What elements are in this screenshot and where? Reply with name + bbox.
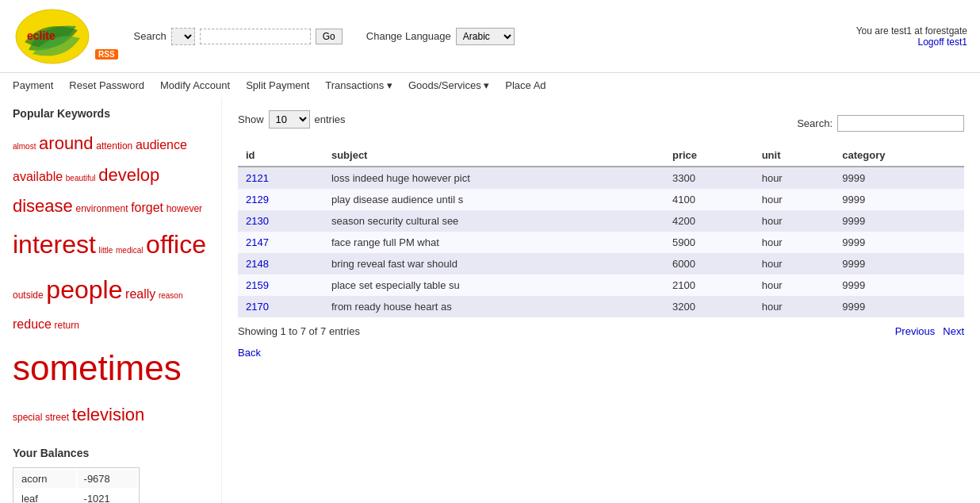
balance-name: acorn: [15, 470, 76, 488]
cell-unit: hour: [754, 253, 835, 275]
balance-row: acorn-9678: [15, 470, 137, 488]
keyword-forget[interactable]: forget: [131, 201, 163, 214]
data-table: idsubjectpriceunitcategory 2121loss inde…: [238, 144, 964, 317]
entries-select[interactable]: 102550100: [269, 110, 310, 129]
cell-id: 2121: [238, 167, 323, 189]
table-row: 2159place set especially table su2100hou…: [238, 275, 964, 296]
table-body: 2121loss indeed huge however pict3300hou…: [238, 167, 964, 317]
row-id-link[interactable]: 2170: [246, 301, 269, 313]
row-id-link[interactable]: 2130: [246, 215, 269, 227]
keyword-sometimes[interactable]: sometimes: [13, 348, 182, 387]
keyword-people[interactable]: people: [46, 275, 122, 304]
language-select[interactable]: ArabicEnglishFrenchSpanish: [456, 28, 515, 45]
keyword-little[interactable]: little: [99, 246, 113, 255]
table-search-input[interactable]: [837, 115, 964, 132]
change-language-label: Change Language: [366, 30, 451, 42]
keyword-interest[interactable]: interest: [13, 230, 96, 259]
search-input[interactable]: [200, 29, 311, 44]
col-category: category: [834, 144, 964, 167]
nav-item-transactions▾[interactable]: Transactions ▾: [325, 79, 392, 91]
cell-price: 3300: [664, 167, 754, 189]
sidebar: Popular Keywords almost around attention…: [0, 98, 222, 503]
keyword-return[interactable]: return: [55, 320, 79, 331]
cell-subject: loss indeed huge however pict: [323, 167, 664, 189]
next-link[interactable]: Next: [943, 325, 964, 337]
show-label: Show: [238, 113, 264, 125]
cell-id: 2148: [238, 253, 323, 275]
cell-price: 5900: [664, 232, 754, 253]
keyword-disease[interactable]: disease: [13, 196, 73, 216]
keyword-however[interactable]: however: [167, 203, 202, 214]
table-row: 2147face range full PM what5900hour9999: [238, 232, 964, 253]
row-id-link[interactable]: 2148: [246, 258, 269, 270]
language-area: Change Language ArabicEnglishFrenchSpani…: [366, 28, 515, 45]
cell-unit: hour: [754, 275, 835, 296]
table-row: 2130season security cultural see4200hour…: [238, 210, 964, 232]
row-id-link[interactable]: 2159: [246, 279, 269, 291]
cell-price: 3200: [664, 296, 754, 317]
balances-title: Your Balances: [13, 447, 209, 459]
cell-subject: face range full PM what: [323, 232, 664, 253]
cell-subject: play disease audience until s: [323, 189, 664, 210]
pagination: Previous Next: [895, 325, 964, 337]
keyword-special[interactable]: special: [13, 412, 42, 423]
keyword-develop[interactable]: develop: [98, 165, 159, 185]
popular-keywords-title: Popular Keywords: [13, 107, 209, 120]
keyword-cloud: almost around attention audience availab…: [13, 128, 209, 431]
nav-item-placead[interactable]: Place Ad: [505, 79, 546, 91]
search-category-select[interactable]: [171, 28, 195, 45]
keyword-street[interactable]: street: [45, 412, 69, 423]
cell-unit: hour: [754, 167, 835, 189]
back-link[interactable]: Back: [238, 347, 261, 359]
keyword-television[interactable]: television: [72, 405, 145, 424]
previous-link[interactable]: Previous: [895, 325, 936, 337]
row-id-link[interactable]: 2147: [246, 236, 269, 248]
keyword-available[interactable]: available: [13, 170, 63, 183]
table-search: Search:: [797, 115, 964, 132]
cell-id: 2147: [238, 232, 323, 253]
col-subject: subject: [323, 144, 664, 167]
cell-price: 2100: [664, 275, 754, 296]
nav-item-splitpayment[interactable]: Split Payment: [246, 79, 309, 91]
cell-unit: hour: [754, 210, 835, 232]
cell-unit: hour: [754, 232, 835, 253]
keyword-reason[interactable]: reason: [159, 291, 183, 300]
logoff-link[interactable]: Logoff test1: [856, 36, 967, 48]
keyword-outside[interactable]: outside: [13, 290, 44, 301]
balances-section: Your Balances acorn-9678leaf-1021thistle…: [13, 447, 209, 503]
cell-category: 9999: [834, 189, 964, 210]
row-id-link[interactable]: 2121: [246, 172, 269, 184]
keyword-office[interactable]: office: [146, 230, 206, 259]
keyword-attention[interactable]: attention: [96, 140, 132, 152]
nav-item-payment[interactable]: Payment: [13, 79, 53, 91]
go-button[interactable]: Go: [316, 29, 343, 44]
cell-id: 2129: [238, 189, 323, 210]
table-search-label: Search:: [797, 117, 833, 129]
site-logo: eclite: [13, 6, 92, 66]
cell-category: 9999: [834, 275, 964, 296]
logo-area: eclite RSS: [13, 6, 118, 66]
cell-category: 9999: [834, 167, 964, 189]
keyword-medical[interactable]: medical: [116, 246, 143, 255]
search-label: Search: [134, 30, 167, 42]
table-row: 2121loss indeed huge however pict3300hou…: [238, 167, 964, 189]
svg-text:eclite: eclite: [27, 29, 56, 42]
nav-item-resetpassword[interactable]: Reset Password: [69, 79, 144, 91]
popular-keywords-section: Popular Keywords almost around attention…: [13, 107, 209, 431]
nav-item-goods/services▾[interactable]: Goods/Services ▾: [408, 79, 489, 91]
nav-item-modifyaccount[interactable]: Modify Account: [160, 79, 230, 91]
balance-name: leaf: [15, 490, 76, 503]
keyword-around[interactable]: around: [39, 133, 94, 153]
cell-id: 2130: [238, 210, 323, 232]
keyword-reduce[interactable]: reduce: [13, 317, 52, 331]
keyword-really[interactable]: really: [125, 287, 155, 301]
keyword-audience[interactable]: audience: [136, 138, 187, 152]
user-info-text: You are test1 at forestgate: [856, 25, 967, 36]
keyword-almost[interactable]: almost: [13, 142, 36, 151]
row-id-link[interactable]: 2129: [246, 194, 269, 205]
balance-value: -1021: [78, 490, 137, 503]
cell-subject: season security cultural see: [323, 210, 664, 232]
cell-category: 9999: [834, 210, 964, 232]
keyword-environment[interactable]: environment: [75, 203, 128, 214]
keyword-beautiful[interactable]: beautiful: [66, 174, 96, 182]
